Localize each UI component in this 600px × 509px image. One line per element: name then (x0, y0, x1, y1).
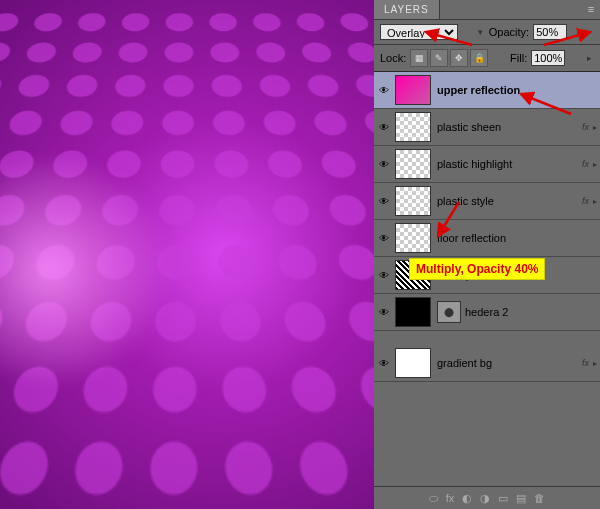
opacity-label: Opacity: (489, 26, 529, 38)
layer-name-label[interactable]: floor reflection (437, 232, 597, 244)
layer-row[interactable]: plastic sheenfx▸ (374, 109, 600, 146)
panel-tab[interactable]: LAYERS (374, 0, 440, 19)
lock-position-icon[interactable]: ✥ (450, 49, 468, 67)
callout-annotation: Multiply, Opacity 40% (409, 258, 545, 280)
layer-name-label[interactable]: plastic sheen (437, 121, 582, 133)
layer-row[interactable]: upper reflection (374, 72, 600, 109)
expand-fx-icon[interactable]: ▸ (593, 359, 597, 368)
expand-fx-icon[interactable]: ▸ (593, 123, 597, 132)
opacity-flyout-icon[interactable]: ▸ (587, 27, 592, 37)
layer-thumbnail[interactable] (395, 223, 431, 253)
lock-transparency-icon[interactable]: ▦ (410, 49, 428, 67)
layer-thumbnail[interactable] (395, 348, 431, 378)
fx-badge[interactable]: fx (582, 196, 589, 206)
group-icon[interactable]: ▭ (498, 492, 508, 505)
layer-mask-thumbnail[interactable]: ⬤ (437, 301, 461, 323)
visibility-eye-icon[interactable] (377, 83, 391, 97)
lock-label: Lock: (380, 52, 406, 64)
layer-row[interactable]: gradient bgfx▸ (374, 345, 600, 382)
lock-icons: ▦ ✎ ✥ 🔒 (410, 49, 488, 67)
fx-badge[interactable]: fx (582, 122, 589, 132)
layer-row[interactable]: plastic highlightfx▸ (374, 146, 600, 183)
mask-icon[interactable]: ◐ (462, 492, 472, 505)
trash-icon[interactable]: 🗑 (534, 492, 545, 504)
link-layers-icon[interactable]: ⬭ (429, 492, 438, 505)
layer-name-label[interactable]: hedera 2 (465, 306, 597, 318)
expand-fx-icon[interactable]: ▸ (593, 160, 597, 169)
layer-name-label[interactable]: plastic style (437, 195, 582, 207)
layer-name-label[interactable]: upper reflection (437, 84, 597, 96)
layers-panel: LAYERS Overlay ▾ Opacity: ▸ Lock: ▦ ✎ ✥ … (374, 0, 600, 509)
visibility-eye-icon[interactable] (377, 356, 391, 370)
dropdown-arrow-icon[interactable]: ▾ (478, 27, 483, 37)
fx-badge[interactable]: fx (582, 358, 589, 368)
layer-thumbnail[interactable] (395, 149, 431, 179)
layer-name-label[interactable]: plastic highlight (437, 158, 582, 170)
visibility-eye-icon[interactable] (377, 231, 391, 245)
layer-name-label[interactable]: gradient bg (437, 357, 582, 369)
adjustment-icon[interactable]: ◑ (480, 492, 490, 505)
lock-pixels-icon[interactable]: ✎ (430, 49, 448, 67)
panel-footer: ⬭ fx ◐ ◑ ▭ ▤ 🗑 (374, 486, 600, 509)
fill-label: Fill: (510, 52, 527, 64)
fx-icon[interactable]: fx (446, 492, 455, 504)
blend-mode-select[interactable]: Overlay (380, 24, 458, 40)
layer-thumbnail[interactable] (395, 297, 431, 327)
layer-thumbnail[interactable] (395, 75, 431, 105)
expand-fx-icon[interactable]: ▸ (593, 197, 597, 206)
layer-row[interactable]: floor reflection (374, 220, 600, 257)
visibility-eye-icon[interactable] (377, 120, 391, 134)
layer-row[interactable]: plastic stylefx▸ (374, 183, 600, 220)
fx-badge[interactable]: fx (582, 159, 589, 169)
layer-thumbnail[interactable] (395, 112, 431, 142)
fill-flyout-icon[interactable]: ▸ (587, 53, 592, 63)
visibility-eye-icon[interactable] (377, 268, 391, 282)
opacity-input[interactable] (533, 24, 567, 40)
visibility-eye-icon[interactable] (377, 305, 391, 319)
canvas-preview (0, 0, 374, 509)
new-layer-icon[interactable]: ▤ (516, 492, 526, 505)
layer-row[interactable]: ⬤hedera 2 (374, 294, 600, 331)
visibility-eye-icon[interactable] (377, 157, 391, 171)
fill-input[interactable] (531, 50, 565, 66)
lock-all-icon[interactable]: 🔒 (470, 49, 488, 67)
visibility-eye-icon[interactable] (377, 194, 391, 208)
panel-menu-icon[interactable] (582, 0, 600, 18)
layer-thumbnail[interactable] (395, 186, 431, 216)
